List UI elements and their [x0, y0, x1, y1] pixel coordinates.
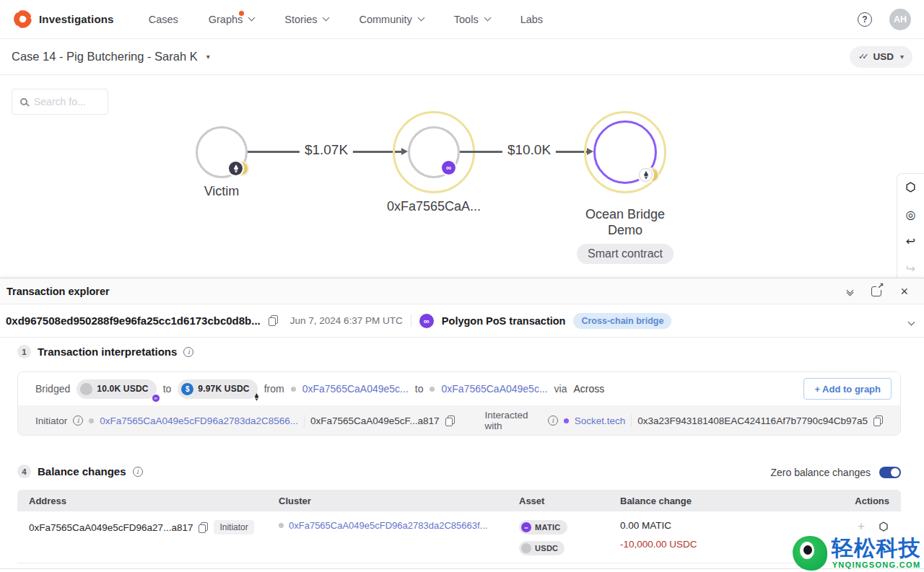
menu-graphs-label: Graphs: [209, 14, 243, 25]
divider: [304, 415, 305, 427]
cluster-dot-icon: [89, 418, 94, 423]
interpretation-card: Bridged 10.0K USDC ∞ to $ 9.97K USDC fro…: [17, 371, 901, 436]
interpretations-section-header: 1 Transaction interpretations: [17, 345, 193, 358]
network-label: Polygon PoS transaction: [442, 315, 566, 327]
transaction-summary-row: 0xd967508ed950288f9e96fa25cc1d6173cbc0d8…: [0, 304, 924, 338]
graph-side-toolbar: ◎ ↩ ↪: [897, 173, 924, 283]
target-icon[interactable]: ◎: [906, 209, 916, 221]
zero-balance-toggle-group: Zero balance changes: [770, 467, 901, 478]
ethereum-icon: [229, 162, 243, 175]
watermark-logo-icon: [793, 536, 827, 571]
menu-cases[interactable]: Cases: [149, 14, 178, 25]
cross-chain-bridge-badge: Cross-chain bridge: [573, 313, 671, 329]
open-in-new-icon[interactable]: ↗: [871, 286, 881, 296]
app-window: Investigations Cases Graphs Stories Comm…: [0, 0, 924, 572]
copy-icon[interactable]: [873, 415, 883, 426]
chevron-down-icon[interactable]: ▾: [206, 53, 210, 61]
undo-icon[interactable]: ↩: [906, 236, 915, 247]
app-title: Investigations: [39, 13, 114, 25]
watermark-title: 轻松科技: [832, 537, 921, 559]
avatar[interactable]: AH: [889, 9, 911, 30]
to-address-link[interactable]: 0xFa7565CaA049e5c...: [441, 383, 547, 395]
chainalysis-logo-icon: [13, 9, 32, 29]
initiator-row: Initiator 0xFa7565CaA049e5cFD96a2783da2C…: [18, 405, 900, 436]
chevron-down-icon[interactable]: [909, 314, 914, 327]
graph-search[interactable]: Search fo...: [12, 89, 108, 115]
info-icon[interactable]: [133, 467, 143, 477]
notification-dot: [239, 11, 244, 16]
site-watermark: 轻松科技 YNQINGSONG.COM: [793, 536, 921, 571]
hexagon-icon[interactable]: [878, 521, 889, 532]
search-icon: [20, 98, 27, 105]
polygon-chain-icon: ∞: [152, 394, 160, 402]
row-address: 0xFa7565CaA049e5cFD96a27...a817: [29, 522, 193, 533]
bridged-interpretation-row: Bridged 10.0K USDC ∞ to $ 9.97K USDC fro…: [18, 372, 900, 405]
cluster-dot-icon: [564, 418, 569, 423]
currency-selector[interactable]: ✓✓ USD ▾: [850, 46, 912, 68]
to-asset-pill[interactable]: $ 9.97K USDC: [178, 379, 257, 399]
victim-asset-badge: [229, 162, 249, 175]
balance-change-usdc: -10,000.00 USDC: [620, 539, 767, 550]
column-header-cluster: Cluster: [267, 496, 507, 506]
hexagon-icon[interactable]: [905, 181, 917, 193]
open-arrow-glyph: ↗: [876, 282, 884, 290]
panel-title: Transaction explorer: [6, 286, 110, 297]
info-icon[interactable]: [73, 415, 83, 426]
chevron-down-icon: [484, 14, 491, 22]
from-asset-pill[interactable]: 10.0K USDC ∞: [77, 379, 156, 399]
balance-changes-title: Balance changes: [38, 465, 126, 478]
action-label: Bridged: [35, 383, 70, 395]
ethereum-icon: [639, 168, 653, 182]
node-label-intermediate: 0xFa7565CaA...: [387, 199, 481, 214]
help-icon[interactable]: ?: [858, 12, 872, 27]
menu-tools[interactable]: Tools: [454, 14, 490, 25]
column-header-actions: Actions: [767, 496, 901, 506]
chevron-down-icon: [417, 14, 424, 22]
to-word: to: [163, 383, 172, 395]
balance-change-matic: 0.00 MATIC: [620, 520, 767, 531]
chevron-down-icon: ▾: [900, 53, 904, 61]
menu-stories[interactable]: Stories: [284, 14, 328, 25]
interacted-with-label: Interacted with: [485, 410, 542, 431]
asset-pill-matic: ∞ MATIC: [519, 520, 567, 534]
ethereum-chain-icon: [254, 391, 259, 404]
menu-labs[interactable]: Labs: [520, 14, 543, 25]
menu-labs-label: Labs: [520, 14, 543, 25]
node-label-victim: Victim: [204, 184, 240, 199]
copy-icon[interactable]: [269, 315, 278, 326]
usdc-icon: $: [181, 383, 193, 395]
to-word: to: [415, 383, 424, 395]
menu-community[interactable]: Community: [359, 14, 423, 25]
close-icon[interactable]: ×: [900, 285, 908, 298]
add-icon[interactable]: +: [858, 520, 865, 532]
collapse-icon[interactable]: [847, 288, 853, 295]
polygon-icon: ∞: [419, 314, 434, 328]
usdc-gray-icon: [80, 383, 92, 395]
zero-balance-toggle[interactable]: [879, 467, 901, 478]
from-address-link[interactable]: 0xFa7565CaA049e5c...: [302, 383, 409, 395]
menu-cases-label: Cases: [149, 14, 178, 25]
info-icon[interactable]: [183, 347, 193, 357]
watermark-url: YNQINGSONG.COM: [832, 561, 921, 569]
main-menu: Cases Graphs Stories Community Tools Lab…: [149, 14, 543, 25]
cluster-dot-icon: [291, 387, 296, 392]
add-to-graph-button[interactable]: + Add to graph: [803, 378, 892, 400]
menu-graphs[interactable]: Graphs: [209, 14, 255, 25]
node-label-ocean-bridge: Ocean Bridge Demo: [571, 207, 679, 238]
panel-header: Transaction explorer ↗ ×: [0, 278, 924, 304]
copy-icon[interactable]: [199, 522, 208, 533]
balance-changes-table: Address Cluster Asset Balance change Act…: [17, 490, 901, 563]
edge-label-1[interactable]: $1.07K: [300, 142, 353, 158]
redo-icon[interactable]: ↪: [906, 263, 915, 275]
interacted-cluster-link[interactable]: Socket.tech: [575, 415, 626, 426]
edge-label-2[interactable]: $10.0K: [502, 142, 556, 158]
initiator-cluster-link[interactable]: 0xFa7565CaA049e5cFD96a2783da2C8566...: [100, 415, 298, 426]
value-check-icon: ✓✓: [858, 52, 866, 61]
menu-stories-label: Stories: [284, 14, 317, 25]
copy-icon[interactable]: [445, 415, 455, 426]
info-icon[interactable]: [548, 415, 558, 426]
divider: [411, 314, 411, 327]
case-title[interactable]: Case 14 - Pig Butchering - Sarah K: [12, 50, 198, 63]
row-cluster-link[interactable]: 0xFa7565CaA049e5cFD96a2783da2C85663f...: [289, 520, 487, 531]
asset-pill-usdc: USDC: [519, 541, 565, 555]
